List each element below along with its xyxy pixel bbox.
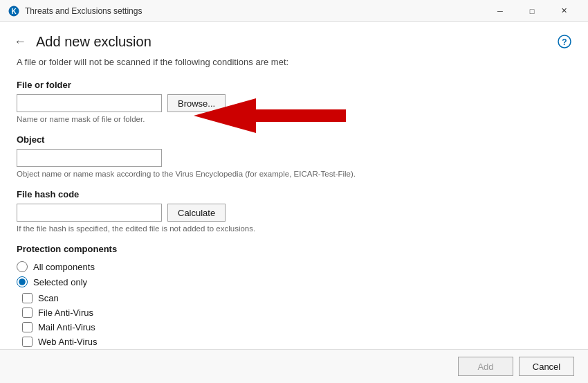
svg-text:K: K bbox=[11, 8, 17, 15]
content-area: A file or folder will not be scanned if … bbox=[0, 57, 588, 349]
radio-group: All components Selected only bbox=[17, 261, 571, 287]
close-button[interactable]: ✕ bbox=[548, 0, 580, 22]
object-hint: Object name or name mask according to th… bbox=[17, 170, 571, 178]
protection-components-section: Protection components All components Sel… bbox=[17, 244, 571, 347]
svg-text:?: ? bbox=[562, 37, 567, 47]
protection-components-title: Protection components bbox=[17, 244, 571, 254]
subtitle-text: A file or folder will not be scanned if … bbox=[17, 57, 571, 67]
radio-all-components-input[interactable] bbox=[17, 261, 28, 272]
object-section: Object Object name or name mask accordin… bbox=[17, 134, 571, 178]
page-title: Add new exclusion bbox=[36, 34, 555, 50]
file-or-folder-hint: Name or name mask of file or folder. bbox=[17, 115, 571, 123]
file-hash-hint: If the file hash is specified, the edite… bbox=[17, 224, 571, 233]
checkbox-file-antivirus-input[interactable] bbox=[22, 308, 33, 318]
help-button[interactable]: ? bbox=[555, 32, 574, 51]
radio-all-components-label: All components bbox=[33, 262, 95, 272]
checkbox-file-antivirus-label: File Anti-Virus bbox=[38, 308, 93, 318]
file-or-folder-section: File or folder Browse... Name or name ma… bbox=[17, 80, 571, 123]
radio-selected-only-input[interactable] bbox=[17, 276, 28, 287]
checkbox-web-antivirus[interactable]: Web Anti-Virus bbox=[22, 337, 571, 347]
file-hash-input[interactable] bbox=[17, 204, 162, 222]
help-icon: ? bbox=[558, 35, 571, 48]
file-or-folder-input-row: Browse... bbox=[17, 94, 571, 112]
main-window: ← Add new exclusion ? A file or folder w… bbox=[0, 22, 588, 383]
cancel-button[interactable]: Cancel bbox=[519, 357, 574, 376]
checkbox-web-antivirus-label: Web Anti-Virus bbox=[38, 337, 98, 347]
app-icon: K bbox=[8, 6, 19, 17]
back-button[interactable]: ← bbox=[11, 35, 29, 48]
object-input[interactable] bbox=[17, 149, 162, 167]
file-hash-label: File hash code bbox=[17, 189, 571, 199]
checkbox-scan[interactable]: Scan bbox=[22, 293, 571, 303]
checkbox-mail-antivirus[interactable]: Mail Anti-Virus bbox=[22, 322, 571, 332]
header-row: ← Add new exclusion ? bbox=[0, 22, 588, 57]
object-label: Object bbox=[17, 134, 571, 145]
checkbox-web-antivirus-input[interactable] bbox=[22, 337, 33, 347]
radio-selected-only-label: Selected only bbox=[33, 277, 87, 287]
checkbox-scan-input[interactable] bbox=[22, 293, 33, 303]
calculate-button[interactable]: Calculate bbox=[167, 204, 226, 222]
file-or-folder-label: File or folder bbox=[17, 80, 571, 90]
file-or-folder-input[interactable] bbox=[17, 94, 162, 112]
checkbox-group: Scan File Anti-Virus Mail Anti-Virus Web… bbox=[17, 293, 571, 347]
footer: Add Cancel bbox=[0, 349, 588, 383]
radio-all-components[interactable]: All components bbox=[17, 261, 571, 272]
checkbox-mail-antivirus-input[interactable] bbox=[22, 322, 33, 332]
object-input-row bbox=[17, 149, 571, 167]
browse-button[interactable]: Browse... bbox=[167, 94, 226, 112]
file-hash-section: File hash code Calculate If the file has… bbox=[17, 189, 571, 233]
checkbox-file-antivirus[interactable]: File Anti-Virus bbox=[22, 308, 571, 318]
add-button[interactable]: Add bbox=[458, 357, 513, 376]
title-bar: K Threats and Exclusions settings ─ □ ✕ bbox=[0, 0, 588, 22]
title-bar-text: Threats and Exclusions settings bbox=[25, 6, 484, 16]
radio-selected-only[interactable]: Selected only bbox=[17, 276, 571, 287]
maximize-button[interactable]: □ bbox=[516, 0, 548, 22]
title-bar-controls: ─ □ ✕ bbox=[484, 0, 580, 22]
checkbox-scan-label: Scan bbox=[38, 293, 59, 303]
checkbox-mail-antivirus-label: Mail Anti-Virus bbox=[38, 322, 95, 332]
file-hash-input-row: Calculate bbox=[17, 204, 571, 222]
minimize-button[interactable]: ─ bbox=[484, 0, 516, 22]
